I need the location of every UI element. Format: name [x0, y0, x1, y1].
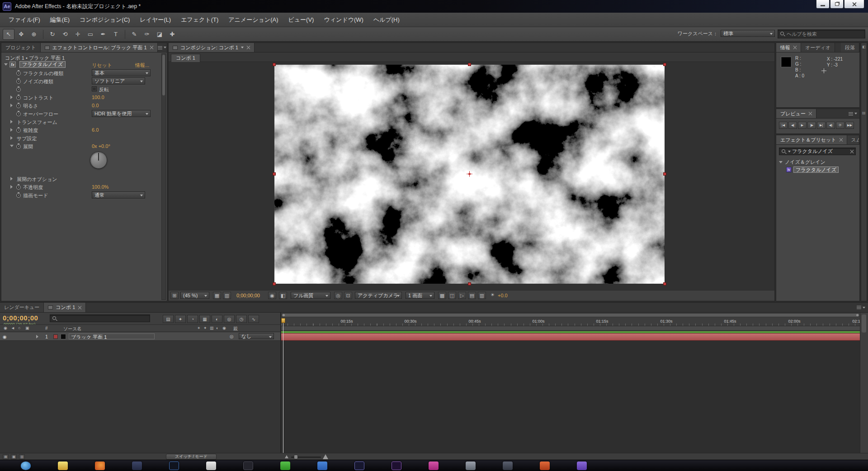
stopwatch-icon[interactable] [16, 79, 21, 84]
zoom-out-mountain-icon[interactable] [285, 455, 288, 458]
layer-handle-mid-left[interactable] [273, 172, 276, 176]
taskbar-icon-browser[interactable] [95, 461, 105, 470]
layer-duration-bar[interactable] [281, 333, 860, 341]
layer-handle-bottom-left[interactable] [273, 282, 276, 285]
collapsed-panel-icon-top[interactable]: ◧ [862, 45, 866, 49]
evolution-value[interactable]: 0x +0.0° [92, 143, 110, 149]
stopwatch-icon[interactable] [16, 104, 21, 108]
next-frame-button[interactable]: |▶ [807, 122, 816, 129]
fast-preview-icon[interactable]: ▷ [458, 292, 466, 299]
transparency-grid-icon[interactable]: ▩ [438, 292, 446, 299]
parent-dropdown[interactable]: なし [239, 333, 274, 339]
timeline-zoom-slider-thumb[interactable] [294, 455, 298, 459]
category-row-noise-grain[interactable]: ノイズ＆グレイン [779, 159, 826, 166]
tab-render-queue[interactable]: レンダーキュー [0, 303, 44, 312]
twirl-right-icon[interactable] [10, 120, 13, 124]
twirl-right-icon[interactable] [10, 136, 13, 140]
tab-project[interactable]: プロジェクト [1, 43, 41, 52]
tab-paragraph[interactable]: 段落 [841, 43, 859, 52]
twirl-down-icon[interactable] [10, 145, 14, 147]
twirl-right-icon[interactable] [10, 128, 13, 132]
last-frame-button[interactable]: ▶| [817, 122, 826, 129]
taskbar-icon-after-effects[interactable] [354, 461, 364, 470]
stopwatch-icon[interactable] [16, 144, 21, 149]
viewer-tab-comp1[interactable]: コンポ 1 [171, 54, 200, 62]
flowchart-button-icon[interactable]: ▥ [478, 292, 486, 299]
magnification-dropdown[interactable]: (45 %) [180, 292, 209, 299]
help-search-box[interactable] [778, 29, 865, 38]
layer-row-1[interactable]: ◉ 1 ブラック 平面 1 ◎ なし [0, 333, 280, 341]
close-tab-icon[interactable] [808, 112, 812, 115]
effect-item-label[interactable]: フラクタルノイズ [793, 167, 839, 173]
loop-button[interactable]: ⟳ [836, 122, 844, 129]
about-button[interactable]: 情報... [135, 62, 149, 69]
current-timecode[interactable]: 0;00;00;00 [3, 314, 38, 322]
scrollbar-thumb[interactable] [162, 55, 165, 95]
viewer-timecode[interactable]: 0;00;00;00 [236, 293, 260, 298]
close-tab-icon[interactable] [793, 46, 797, 49]
selection-tool[interactable]: ↖ [3, 29, 14, 40]
shape-tool[interactable]: ▭ [85, 29, 96, 40]
tab-dropdown-icon[interactable] [241, 47, 244, 48]
taskbar-icon-music[interactable] [429, 461, 439, 470]
work-area-bar[interactable] [281, 326, 860, 331]
effects-search-box[interactable] [779, 147, 856, 155]
effect-controls-scrollbar[interactable] [161, 53, 166, 300]
brush-tool[interactable]: ✎ [128, 29, 140, 40]
column-source-name[interactable]: ソース名 [63, 326, 81, 332]
menu-composition[interactable]: コンポジション(C) [75, 14, 135, 26]
layer-handle-top-center[interactable] [468, 63, 471, 66]
fractal-type-dropdown[interactable]: 基本 [92, 69, 151, 76]
parent-pickwhip-icon[interactable]: ◎ [230, 334, 234, 339]
hide-shy-layers-icon[interactable]: ◔ [187, 315, 198, 323]
complexity-value[interactable]: 6.0 [92, 127, 99, 133]
effect-item-fractal-noise[interactable]: fx フラクタルノイズ [786, 167, 839, 173]
previous-frame-button[interactable]: ◀| [788, 122, 797, 129]
layer-handle-top-left[interactable] [273, 63, 276, 66]
taskbar-icon-explorer[interactable] [58, 461, 68, 470]
contrast-value[interactable]: 100.0 [92, 95, 104, 100]
panel-menu-icon[interactable] [857, 303, 865, 312]
menu-file[interactable]: ファイル(F) [4, 14, 45, 26]
show-channel-icon[interactable]: ◧ [279, 292, 287, 299]
navigator-start-handle[interactable] [283, 314, 285, 316]
taskbar-icon-premiere[interactable] [392, 461, 401, 470]
rulers-icon[interactable]: ▥ [223, 292, 231, 299]
composition-canvas-area[interactable] [274, 65, 665, 284]
region-of-interest-icon[interactable]: ⊡ [344, 292, 352, 299]
taskbar-icon-paint[interactable] [540, 461, 550, 470]
taskbar-icon-settings[interactable] [466, 461, 476, 470]
reset-button[interactable]: リセット [92, 62, 112, 69]
exposure-value[interactable]: +0.0 [498, 293, 508, 298]
menu-layer[interactable]: レイヤー(L) [135, 14, 176, 26]
twirl-right-icon[interactable] [10, 185, 13, 189]
collapsed-panel-icon-mid[interactable]: ▤ [862, 111, 866, 115]
group-label[interactable]: トランスフォーム [17, 119, 57, 126]
evolution-dial[interactable] [90, 152, 107, 169]
draft-3d-icon[interactable]: ✦ [175, 315, 186, 323]
type-tool[interactable]: T [110, 29, 122, 40]
layer-visibility-eye-icon[interactable]: ◉ [3, 334, 7, 339]
navigator-end-handle[interactable] [856, 314, 859, 316]
timeline-search-input[interactable] [59, 316, 148, 321]
resolution-dropdown[interactable]: フル画質 [291, 292, 330, 299]
tab-preview[interactable]: プレビュー [776, 109, 816, 118]
tab-smoother[interactable]: スムー [847, 135, 859, 144]
timeline-button-icon[interactable]: ▤ [468, 292, 476, 299]
invert-checkbox[interactable] [92, 86, 97, 91]
taskbar-icon-mail[interactable] [317, 461, 327, 470]
help-search-input[interactable] [787, 31, 863, 37]
twirl-down-icon[interactable] [4, 63, 8, 66]
snapshot-icon[interactable]: ◉ [268, 292, 276, 299]
layer-handle-bottom-center[interactable] [468, 282, 471, 285]
menu-view[interactable]: ビュー(V) [283, 14, 319, 26]
taskbar-icon-video[interactable] [503, 461, 513, 470]
timeline-scrollbar-strip[interactable] [860, 313, 868, 453]
menu-animation[interactable]: アニメーション(A) [223, 14, 283, 26]
start-button[interactable] [21, 461, 31, 470]
close-tab-icon[interactable] [246, 46, 250, 49]
stopwatch-icon[interactable] [16, 193, 21, 198]
opacity-value[interactable]: 100.0% [92, 184, 108, 190]
close-tab-icon[interactable] [839, 138, 843, 142]
expand-layer-switches-icon[interactable]: ▤ [3, 454, 9, 459]
